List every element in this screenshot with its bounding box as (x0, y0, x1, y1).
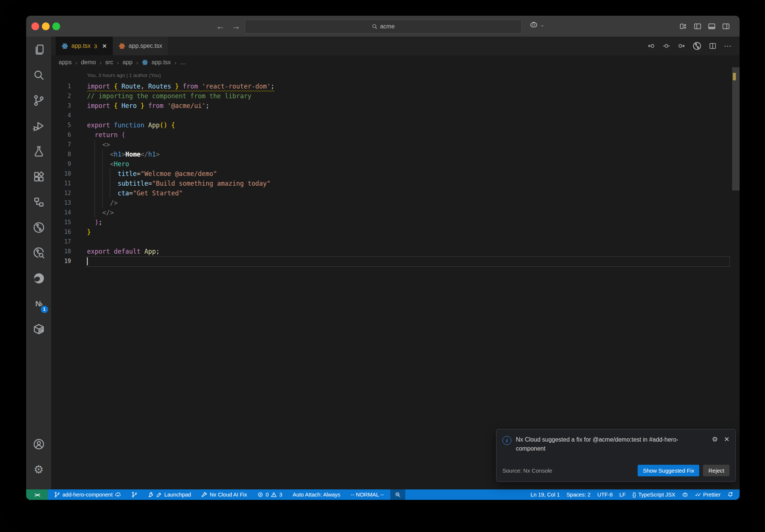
close-icon[interactable]: ✕ (102, 43, 107, 50)
code-line[interactable]: 5export function App() { (51, 120, 740, 130)
scrollbar[interactable] (732, 37, 740, 489)
code-line[interactable]: 6 return ( (51, 130, 740, 140)
launchpad-item[interactable]: Launchpad (145, 489, 195, 500)
breadcrumb-item[interactable]: demo (81, 59, 96, 66)
copilot-icon[interactable] (530, 21, 538, 29)
explorer-icon[interactable] (30, 41, 47, 58)
problems-item[interactable]: 0 3 (254, 489, 285, 500)
code-line[interactable]: 7 <> (51, 140, 740, 149)
forward-icon[interactable]: → (232, 21, 241, 31)
indentation-item[interactable]: Spaces: 2 (563, 489, 594, 500)
code-line[interactable]: 12 cta="Get Started" (51, 188, 740, 198)
auto-attach-item[interactable]: Auto Attach: Always (289, 489, 343, 500)
double-check-icon: ✓✓ (695, 492, 700, 498)
line-content: title="Welcmoe @acme/demo" (87, 169, 217, 179)
code-line[interactable]: 10 title="Welcmoe @acme/demo" (51, 169, 740, 179)
toggle-primary-sidebar-icon[interactable] (694, 22, 701, 30)
code-line[interactable]: 8 <h1>Home</h1> (51, 149, 740, 159)
next-change-icon[interactable] (678, 42, 685, 50)
eol-item[interactable]: LF (616, 489, 629, 500)
traffic-lights (31, 22, 60, 30)
show-suggested-fix-button[interactable]: Show Suggested Fix (638, 465, 700, 476)
tab-bar: app.tsx 3 ✕ app.spec.tsx ⋯ (51, 37, 740, 55)
breadcrumb-item[interactable]: app.tsx (152, 59, 171, 66)
back-icon[interactable]: ← (216, 21, 225, 31)
line-content: import { Route, Routes } from 'react-rou… (87, 81, 275, 91)
settings-gear-icon[interactable]: ⚙ (30, 461, 47, 478)
notifications-bell-item[interactable] (724, 489, 737, 500)
encoding-item[interactable]: UTF-8 (594, 489, 616, 500)
toggle-secondary-sidebar-icon[interactable] (722, 22, 730, 30)
account-icon[interactable] (30, 436, 47, 453)
line-content: export function App() { (87, 120, 175, 130)
status-bar: >< add-hero-component Launchpad Nx Cloud… (26, 489, 740, 500)
nx-console-icon[interactable]: N› 1 (30, 295, 47, 312)
code-line[interactable]: 11 subtitle="Build something amazing tod… (51, 179, 740, 188)
code-line[interactable]: 2// importing the component from the lib… (51, 91, 740, 101)
references-icon[interactable] (30, 194, 47, 211)
vim-mode-item[interactable]: -- NORMAL -- (347, 489, 387, 500)
testing-icon[interactable] (30, 143, 47, 160)
indent-guide (95, 140, 95, 217)
notification-gear-icon[interactable]: ⚙ (712, 435, 718, 453)
remote-indicator[interactable]: >< (26, 489, 48, 500)
code-line[interactable]: 3import { Hero } from '@acme/ui'; (51, 101, 740, 111)
tab-app-tsx[interactable]: app.tsx 3 ✕ (56, 37, 113, 55)
language-mode-item[interactable]: {} TypeScript JSX (629, 489, 679, 500)
git-history-icon[interactable] (30, 244, 47, 262)
nx-graph-icon[interactable] (30, 219, 47, 236)
indent-guide (110, 169, 110, 198)
nx-graph-action-icon[interactable] (693, 41, 701, 50)
line-content: subtitle="Build something amazing today" (87, 179, 270, 188)
line-number: 13 (51, 198, 71, 208)
breadcrumb[interactable]: apps› demo› src› app› app.tsx› … (59, 55, 186, 69)
breadcrumb-item[interactable]: … (180, 59, 186, 66)
split-editor-icon[interactable] (709, 42, 716, 50)
code-line[interactable]: 1import { Route, Routes } from 'react-ro… (51, 81, 740, 91)
prettier-item[interactable]: ✓✓ Prettier (691, 489, 724, 500)
zoom-window-button[interactable] (52, 22, 60, 30)
breadcrumb-item[interactable]: app (123, 59, 133, 66)
git-graph-item[interactable] (128, 489, 141, 500)
rocket-icon (148, 492, 154, 498)
code-line[interactable]: 13 /> (51, 198, 740, 208)
customize-layout-icon[interactable] (679, 22, 687, 30)
reject-button[interactable]: Reject (703, 465, 730, 476)
code-editor[interactable]: 1import { Route, Routes } from 'react-ro… (51, 81, 740, 489)
code-line[interactable]: 14 </> (51, 208, 740, 217)
notification-close-icon[interactable]: ✕ (724, 435, 730, 453)
tab-app-spec-tsx[interactable]: app.spec.tsx (113, 37, 168, 55)
command-center-search[interactable]: acme (245, 19, 522, 34)
run-debug-icon[interactable] (30, 117, 47, 134)
notification-source: Source: Nx Console (502, 467, 552, 474)
breadcrumb-item[interactable]: src (105, 59, 113, 66)
code-line[interactable]: 18export default App; (51, 247, 740, 256)
code-line[interactable]: 15 ); (51, 217, 740, 227)
cursor-position-item[interactable]: Ln 19, Col 1 (527, 489, 563, 500)
code-line[interactable]: 4 (51, 111, 740, 120)
copilot-status-item[interactable] (679, 489, 691, 500)
edge-browser-icon[interactable] (30, 270, 47, 287)
breadcrumb-item[interactable]: apps (59, 59, 72, 66)
source-control-icon[interactable] (30, 92, 47, 109)
minimize-window-button[interactable] (42, 22, 50, 30)
zoom-indicator[interactable] (390, 489, 405, 500)
line-number: 2 (51, 91, 71, 101)
nx-cloud-ai-fix-item[interactable]: Nx Cloud AI Fix (198, 489, 250, 500)
current-line-highlight (86, 256, 730, 267)
line-number: 19 (51, 256, 71, 266)
close-window-button[interactable] (31, 22, 39, 30)
code-line[interactable]: 16} (51, 227, 740, 237)
current-change-icon[interactable] (663, 42, 670, 50)
search-sidebar-icon[interactable] (30, 66, 47, 84)
code-line[interactable]: 9 <Hero (51, 159, 740, 169)
extensions-icon[interactable] (30, 168, 47, 185)
previous-change-icon[interactable] (648, 42, 655, 50)
git-branch-item[interactable]: add-hero-component (51, 489, 124, 500)
toggle-panel-icon[interactable] (708, 22, 716, 30)
chevron-down-icon[interactable]: ⌄ (540, 22, 545, 28)
scrollbar-thumb[interactable] (732, 67, 740, 191)
package-icon[interactable] (30, 321, 47, 338)
code-line[interactable]: 17 (51, 237, 740, 247)
more-actions-icon[interactable]: ⋯ (724, 41, 731, 50)
